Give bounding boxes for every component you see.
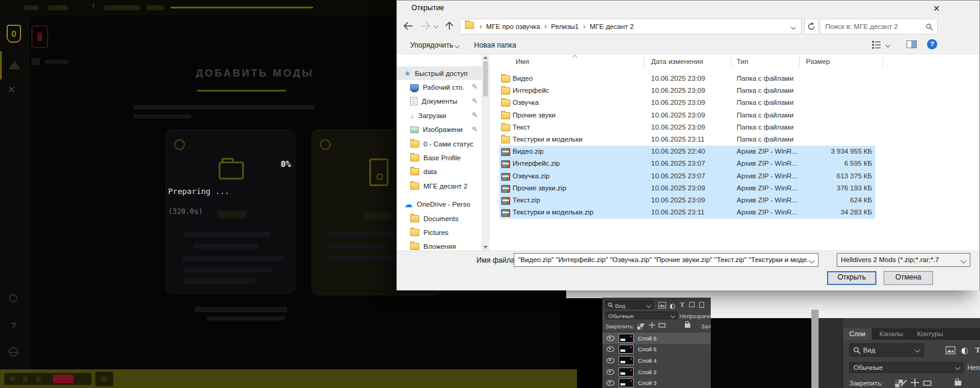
visibility-eye-icon[interactable]: [607, 369, 614, 375]
filter-type-icon[interactable]: T: [975, 345, 980, 355]
file-row[interactable]: Текстурки и модельки.zip 10.06.2025 23:1…: [499, 207, 875, 219]
lock-all-icon[interactable]: [685, 324, 690, 328]
column-divider[interactable]: [799, 56, 800, 67]
filter-adjustment-icon[interactable]: [670, 304, 675, 309]
visibility-eye-icon[interactable]: [607, 358, 614, 363]
column-header-date[interactable]: Дата изменения: [651, 58, 703, 65]
breadcrumb-segment[interactable]: МГЕ десант 2: [590, 23, 634, 30]
layer-row[interactable]: Слой 5: [602, 344, 711, 355]
layer-thumbnail[interactable]: [619, 334, 634, 343]
tree-item[interactable]: data: [397, 165, 481, 179]
lock-artboard-icon[interactable]: [923, 380, 932, 387]
tree-item[interactable]: Загрузки: [397, 108, 481, 122]
refresh-button[interactable]: [804, 19, 819, 34]
layer-row[interactable]: Слой 3: [602, 377, 711, 388]
file-row[interactable]: Интерфейс.zip 10.06.2025 23:07 Архив ZIP…: [499, 158, 875, 170]
panel-tab[interactable]: Слои: [843, 328, 872, 340]
layer-row[interactable]: Слой 2: [602, 366, 711, 378]
menu-item[interactable]: [104, 5, 140, 10]
scrollbar[interactable]: [811, 310, 819, 388]
visibility-eye-icon[interactable]: [607, 336, 614, 341]
layer-search-field[interactable]: Вид: [605, 301, 654, 309]
file-row[interactable]: Прочие звуки.zip 10.06.2025 23:09 Архив …: [499, 183, 875, 195]
menu-item[interactable]: [146, 5, 164, 10]
help-icon[interactable]: ?: [11, 320, 16, 330]
menu-item[interactable]: [24, 5, 39, 10]
tree-item[interactable]: Вложения: [397, 240, 481, 251]
footer-link-dimmed[interactable]: [207, 316, 285, 321]
filter-shape-icon[interactable]: [689, 302, 694, 307]
column-divider[interactable]: [644, 56, 644, 67]
filter-smartobject-icon[interactable]: [699, 302, 704, 308]
footer-link-dimmed[interactable]: [195, 307, 287, 312]
filetype-select[interactable]: Helldivers 2 Mods (*.zip;*.rar;*.7: [837, 253, 970, 267]
preview-pane-icon[interactable]: [907, 40, 917, 48]
file-row[interactable]: Видео 10.06.2025 23:09 Папка с файлами: [499, 73, 875, 85]
help-button[interactable]: ?: [927, 39, 937, 49]
column-divider[interactable]: [731, 56, 731, 67]
file-row[interactable]: Видео.zip 10.06.2025 22:40 Архив ZIP - W…: [499, 146, 875, 158]
lock-paint-icon[interactable]: [900, 379, 908, 387]
upload-arrow-icon[interactable]: [8, 61, 20, 69]
layer-thumbnail[interactable]: [619, 378, 634, 387]
close-mods-icon[interactable]: ×: [8, 83, 15, 95]
toolbar-icon[interactable]: [10, 377, 15, 381]
back-icon[interactable]: [403, 22, 414, 30]
new-folder-button[interactable]: Новая папка: [474, 41, 516, 49]
file-row[interactable]: Текст 10.06.2025 23:09 Папка с файлами: [499, 122, 875, 134]
view-mode-icon[interactable]: [872, 40, 881, 49]
tree-item[interactable]: Документы: [397, 95, 481, 108]
file-row[interactable]: Озвучка.zip 10.06.2025 23:07 Архив ZIP -…: [499, 171, 875, 183]
tree-item[interactable]: МГЕ десант 2: [397, 179, 481, 193]
visibility-eye-icon[interactable]: [607, 346, 614, 352]
filter-image-icon[interactable]: [658, 302, 666, 308]
close-icon[interactable]: ✕: [929, 2, 944, 14]
lock-artboard-icon[interactable]: [658, 322, 666, 328]
layer-name[interactable]: Слой 6: [638, 335, 657, 342]
tree-item[interactable]: Рабочий сто.: [397, 80, 481, 94]
breadcrumb-segment[interactable]: МГЕ про озвучка: [486, 23, 540, 30]
lock-paint-icon[interactable]: [640, 322, 646, 328]
filter-adjustment-icon[interactable]: [961, 348, 968, 354]
layer-name[interactable]: Слой 2: [638, 369, 657, 375]
filter-type-icon[interactable]: T: [680, 301, 684, 308]
tree-item[interactable]: OneDrive - Perso: [397, 198, 481, 211]
layer-name[interactable]: Слой 5: [638, 346, 657, 352]
bottom-button[interactable]: [95, 372, 113, 386]
panel-tab[interactable]: Контуры: [911, 328, 949, 340]
globe-icon[interactable]: [8, 347, 18, 357]
profile-icon[interactable]: [9, 294, 17, 302]
toolbar-icon[interactable]: [23, 377, 28, 381]
layer-row[interactable]: Слой 6: [602, 333, 711, 344]
layer-thumbnail[interactable]: [619, 345, 634, 354]
search-input[interactable]: Поиск в: МГЕ десант 2: [820, 19, 938, 34]
layer-search-field[interactable]: Вид: [849, 343, 924, 357]
file-row[interactable]: Текстурки и модельки 10.06.2025 23:11 Па…: [499, 134, 875, 146]
breadcrumb-segment[interactable]: Релизы1: [551, 23, 579, 30]
layer-thumbnail[interactable]: [619, 356, 634, 365]
tree-item[interactable]: Pictures: [397, 225, 481, 239]
app-logo-icon[interactable]: 0: [7, 25, 21, 43]
tree-item[interactable]: Base Profile: [397, 151, 481, 164]
layer-name[interactable]: Слой 4: [638, 357, 657, 364]
up-icon[interactable]: [445, 21, 454, 31]
column-divider[interactable]: [882, 56, 883, 67]
lock-move-icon[interactable]: [649, 322, 655, 328]
filter-image-icon[interactable]: [946, 346, 955, 354]
view-mode-chevron-icon[interactable]: [885, 43, 890, 48]
column-header-name[interactable]: Имя: [516, 58, 529, 65]
visibility-eye-icon[interactable]: [607, 380, 614, 386]
tree-item[interactable]: Быстрый доступ: [397, 66, 481, 80]
organize-button[interactable]: Упорядочить: [410, 41, 459, 49]
lock-all-icon[interactable]: [955, 381, 961, 386]
layer-thumbnail[interactable]: [619, 368, 634, 377]
tree-item[interactable]: Documents: [397, 211, 481, 225]
bottom-toolbar[interactable]: [4, 373, 92, 385]
file-row[interactable]: Текст.zip 10.06.2025 23:09 Архив ZIP - W…: [499, 195, 875, 207]
file-row[interactable]: Прочие звуки 10.06.2025 23:09 Папка с фа…: [499, 110, 875, 122]
scroll-down-icon[interactable]: [483, 246, 488, 249]
tree-scrollbar[interactable]: [481, 54, 490, 251]
file-row[interactable]: Интерфейс 10.06.2025 23:09 Папка с файла…: [499, 85, 875, 97]
game-icon[interactable]: [31, 25, 48, 48]
panel-tab[interactable]: Каналы: [873, 328, 909, 340]
